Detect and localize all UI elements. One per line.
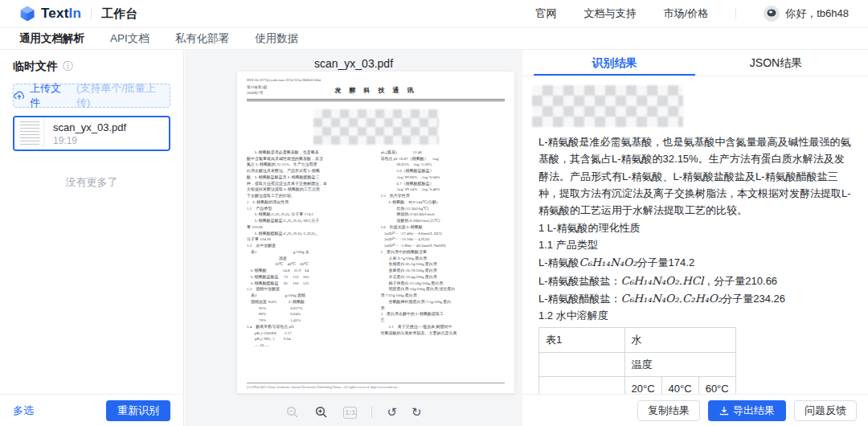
no-more-label: 没有更多了 [0, 175, 183, 190]
upload-hint: (支持单个/批量上传) [76, 81, 170, 110]
table-cell: 表1 [539, 328, 625, 352]
result-redacted-block [532, 85, 683, 127]
tab-json-result[interactable]: JSON结果 [695, 50, 857, 76]
sidebar-footer: 多选 重新识别 [0, 394, 183, 426]
table-cell: 60°C [698, 377, 735, 394]
user-menu[interactable]: 你好，tb6h48 [764, 6, 849, 22]
chem-formula: C₆H₁₄N₄O₂.C₂H₄O₂ [621, 292, 723, 305]
avatar [764, 6, 780, 22]
workspace-title: 工作台 [101, 6, 137, 22]
actual-size-icon[interactable]: 1:1 [343, 407, 357, 419]
sidebar-title: 临时文件 ⓘ [0, 50, 183, 74]
chem-formula: C₆H₁₄N₄O₂.HCl [621, 274, 704, 287]
table-cell: 40°C [661, 377, 698, 394]
top-bar: TextIn 工作台 官网 文档与支持 市场/价格 你好，tb6h48 [0, 0, 868, 27]
chem-formula: C₆H₁₄N₄O₂ [579, 256, 637, 268]
zoom-out-icon[interactable] [285, 405, 300, 420]
result-footer: 复制结果 导出结果 问题反馈 [522, 394, 868, 426]
textin-logo-icon [19, 6, 35, 22]
export-result-button[interactable]: 导出结果 [708, 400, 786, 421]
nav-usage-data[interactable]: 使用数据 [255, 31, 298, 46]
toolbar-divider [371, 407, 372, 418]
link-docs-support[interactable]: 文档与支持 [584, 6, 637, 21]
greeting-text: 你好，tb6h48 [785, 6, 849, 21]
link-market-pricing[interactable]: 市场/价格 [664, 6, 709, 21]
result-heading-1: 1 L-精氨酸的理化性质 [538, 219, 854, 236]
table-cell [539, 377, 625, 394]
table-cell: 水 [624, 328, 735, 352]
multi-select-link[interactable]: 多选 [13, 403, 34, 418]
zoom-in-icon[interactable] [314, 405, 329, 420]
rotate-ccw-icon[interactable]: ↺ [387, 405, 397, 420]
solubility-table-body: 表1水温度20°C40°C60°CL-精氨酸14.831.964L-精氨酸盐酸盐… [539, 328, 736, 394]
result-formula-line: L-精氨酸醋酸盐：C₆H₁₄N₄O₂.C₂H₄O₂分子量234.26 [538, 289, 854, 307]
header-divider [91, 8, 92, 19]
recognition-result-content: L-精氨酸是准必需氨基酸，也是氨基酸中含氮量最高及碱性最强的氨基酸，其含氮占L-… [522, 77, 868, 394]
viewer-file-title: scan_yx_03.pdf [185, 50, 522, 70]
pdf-page: DOI:10.16774/j.cnki.issn.1674-2214.2008.… [237, 72, 514, 393]
pdf-doi-line: DOI:10.16774/j.cnki.issn.1674-2214.2008.… [247, 78, 505, 82]
info-icon[interactable]: ⓘ [63, 59, 73, 74]
upload-file-button[interactable]: 上传文件 (支持单个/批量上传) [13, 84, 170, 108]
pdf-volume-block: 第29卷第3期 2008年7月 [247, 85, 298, 96]
result-panel: 识别结果 JSON结果 L-精氨酸是准必需氨基酸，也是氨基酸中含氮量最高及碱性最… [522, 50, 868, 426]
copy-result-button[interactable]: 复制结果 [637, 400, 700, 421]
file-sidebar: 临时文件 ⓘ 上传文件 (支持单个/批量上传) scan_yx_03.pdf 1… [0, 50, 184, 426]
pdf-redacted-title-block [313, 109, 439, 145]
table-cell: 温度 [624, 352, 735, 376]
nav-api-docs[interactable]: API文档 [110, 31, 149, 46]
pdf-journal-title: 发 酵 科 技 通 讯 [298, 86, 453, 95]
pdf-viewer-panel: scan_yx_03.pdf DOI:10.16774/j.cnki.issn.… [185, 50, 522, 426]
file-name: scan_yx_03.pdf [53, 121, 126, 133]
header-divider-2 [735, 8, 736, 19]
result-heading-1-1: 1.1 产品类型 [538, 236, 854, 253]
pdf-header-rule [247, 99, 505, 101]
table-cell [539, 352, 625, 376]
file-time: 19:19 [53, 135, 126, 146]
result-formula-line: L-精氨酸盐酸盐：C₆H₁₄N₄O₂.HCl，分子量210.66 [538, 272, 854, 289]
result-heading-1-2: 1.2 水中溶解度 [538, 307, 854, 324]
solubility-table: 表1水温度20°C40°C60°CL-精氨酸14.831.964L-精氨酸盐酸盐… [538, 327, 736, 394]
rotate-cw-icon[interactable]: ↻ [411, 405, 422, 420]
viewer-toolbar: 1:1 ↺ ↻ [185, 405, 522, 420]
textin-logo[interactable]: TextIn [19, 6, 81, 22]
link-official-site[interactable]: 官网 [536, 6, 557, 21]
pdf-left-column: L-精氨酸是准必需氨基酸，也是氨基 酸中含氮量最高及碱性最强的氨基酸，其含 氮占… [247, 150, 371, 349]
upload-label: 上传文件 [30, 81, 72, 110]
result-paragraph: L-精氨酸是准必需氨基酸，也是氨基酸中含氮量最高及碱性最强的氨基酸，其含氮占L-… [538, 133, 854, 219]
table-cell: 20°C [624, 377, 661, 394]
tab-recognition-result[interactable]: 识别结果 [534, 50, 695, 76]
file-thumbnail [14, 117, 45, 150]
reparse-button[interactable]: 重新识别 [106, 400, 170, 421]
result-tabs: 识别结果 JSON结果 [522, 50, 868, 76]
pdf-right-column: pk₂(胍基) 12.48 等电点 pI: 10.87（精氨酸） Arg⁺ 96… [381, 150, 506, 349]
logo-wordmark: TextIn [41, 6, 81, 22]
file-item-selected[interactable]: scan_yx_03.pdf 19:19 [13, 116, 170, 151]
feedback-button[interactable]: 问题反馈 [794, 400, 857, 421]
nav-private-deploy[interactable]: 私有化部署 [175, 31, 230, 46]
product-nav: 通用文档解析 API文档 私有化部署 使用数据 [0, 27, 868, 50]
download-icon [719, 406, 729, 416]
nav-general-doc-parse[interactable]: 通用文档解析 [19, 31, 84, 46]
upload-cloud-icon [14, 91, 25, 100]
pdf-copyright-line: (C)1994-2023 China Academic Journal Elec… [247, 383, 505, 389]
result-formula-line: L-精氨酸C₆H₁₄N₄O₂分子量174.2 [538, 253, 854, 271]
